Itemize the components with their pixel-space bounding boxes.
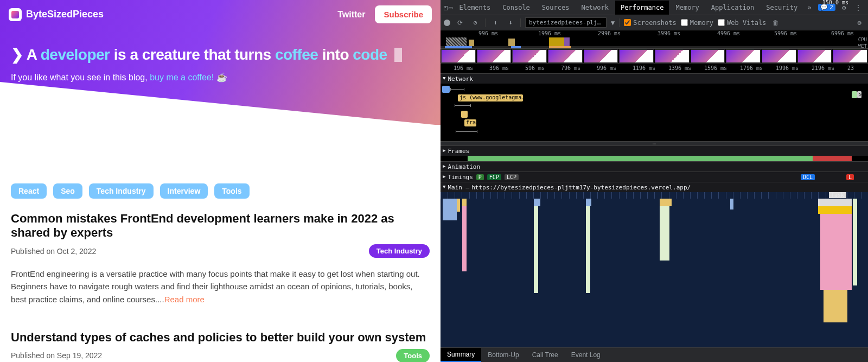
- subline: If you like what you see in this blog, b…: [11, 72, 430, 82]
- inspect-icon[interactable]: ◰: [444, 4, 448, 11]
- filmstrip[interactable]: [441, 49, 868, 64]
- network-track[interactable]: js (www.googletagma… fra… site.w: [441, 84, 868, 141]
- devtools-panel: ◰ ▭ Elements Console Sources Network Per…: [441, 0, 868, 362]
- post: Common mistakes FrontEnd development lea…: [11, 212, 430, 306]
- read-more-link[interactable]: Read more: [164, 295, 205, 304]
- brand-name: ByteSizedPieces: [26, 9, 104, 20]
- tab-memory[interactable]: Memory: [670, 1, 704, 15]
- tab-console[interactable]: Console: [497, 1, 535, 15]
- frame-duration-label: 150.0 ms: [821, 0, 850, 5]
- blog-page: ByteSizedPieces Twitter Subscribe ❯ A de…: [0, 0, 441, 362]
- devtools-tab-bar: ◰ ▭ Elements Console Sources Network Per…: [441, 0, 868, 15]
- reload-icon[interactable]: ⟳: [455, 19, 465, 27]
- tag-react[interactable]: React: [11, 183, 47, 199]
- screenshot-thumb[interactable]: [584, 49, 618, 63]
- network-header[interactable]: ▼Network: [441, 74, 868, 84]
- trash-icon[interactable]: 🗑: [770, 19, 781, 27]
- resize-grip[interactable]: ⋯: [441, 142, 868, 146]
- tab-performance[interactable]: Performance: [615, 1, 669, 15]
- clear-icon[interactable]: ⊘: [470, 19, 481, 27]
- tab-network[interactable]: Network: [576, 1, 614, 15]
- upload-icon[interactable]: ⬆: [490, 19, 501, 27]
- tab-security[interactable]: Security: [761, 1, 803, 15]
- tab-bottom-up[interactable]: Bottom-Up: [481, 348, 525, 361]
- timing-p[interactable]: P: [476, 174, 484, 180]
- memory-checkbox[interactable]: Memory: [681, 19, 713, 27]
- buy-coffee-link[interactable]: buy me a coffee!: [150, 73, 214, 82]
- main-section: ▼Main — https://bytesizedpieces-pljttm17…: [441, 182, 868, 348]
- tab-summary[interactable]: Summary: [441, 348, 481, 362]
- screenshot-thumb[interactable]: [512, 49, 547, 63]
- timing-l[interactable]: L: [846, 174, 854, 180]
- screenshot-thumb[interactable]: [762, 49, 796, 63]
- animation-section: ▶Animation: [441, 162, 868, 172]
- record-button[interactable]: [444, 20, 450, 26]
- screenshot-thumb[interactable]: [655, 49, 690, 63]
- post-title[interactable]: Common mistakes FrontEnd development lea…: [11, 212, 430, 240]
- screenshots-checkbox[interactable]: Screenshots: [624, 19, 676, 27]
- tag-list: React Seo Tech Industry Interview Tools: [11, 183, 430, 199]
- hero-section: ByteSizedPieces Twitter Subscribe ❯ A de…: [0, 0, 441, 125]
- network-request-site[interactable]: site.w: [857, 91, 861, 98]
- screenshot-thumb[interactable]: [548, 49, 583, 63]
- screenshot-thumb[interactable]: [619, 49, 654, 63]
- cursor-icon: [394, 48, 402, 62]
- screenshot-thumb[interactable]: [477, 49, 512, 63]
- more-tabs-icon[interactable]: »: [804, 4, 815, 11]
- network-request[interactable]: [442, 86, 450, 93]
- tag-tools[interactable]: Tools: [214, 183, 249, 199]
- network-request[interactable]: [461, 111, 468, 118]
- timing-dcl[interactable]: DCL: [801, 174, 815, 180]
- flame-chart[interactable]: Task Eva…ipt: [441, 192, 868, 347]
- brand[interactable]: ByteSizedPieces: [9, 8, 104, 21]
- animation-header[interactable]: ▶Animation: [441, 162, 868, 172]
- timing-lcp[interactable]: LCP: [505, 174, 519, 180]
- main-header[interactable]: ▼Main — https://bytesizedpieces-pljttm17…: [441, 182, 868, 192]
- network-request[interactable]: [852, 91, 857, 98]
- screenshot-thumb[interactable]: [726, 49, 761, 63]
- frames-section: ▶Frames 150.0 ms: [441, 146, 868, 162]
- timings-section: ▶Timings P FCP LCP DCL L: [441, 172, 868, 182]
- tab-call-tree[interactable]: Call Tree: [526, 348, 565, 361]
- network-request-fra[interactable]: fra…: [464, 119, 476, 126]
- tab-sources[interactable]: Sources: [537, 1, 575, 15]
- tab-application[interactable]: Application: [706, 1, 760, 15]
- post-date: Published on Oct 2, 2022: [11, 247, 96, 256]
- screenshot-thumb[interactable]: [691, 49, 725, 63]
- tab-event-log[interactable]: Event Log: [565, 348, 607, 361]
- frames-track[interactable]: [441, 156, 868, 161]
- content-area: React Seo Tech Industry Interview Tools …: [0, 125, 441, 362]
- tag-seo[interactable]: Seo: [53, 183, 82, 199]
- details-tab-bar: Summary Bottom-Up Call Tree Event Log: [441, 348, 868, 362]
- task-label[interactable]: Task: [829, 192, 846, 198]
- post: Understand types of caches and policies …: [11, 331, 430, 362]
- timing-fcp[interactable]: FCP: [487, 174, 501, 180]
- screenshot-thumb[interactable]: [833, 49, 867, 63]
- coffee-icon: ☕: [216, 73, 227, 82]
- tag-tech-industry[interactable]: Tech Industry: [89, 183, 154, 199]
- diagonal-divider: [0, 82, 441, 125]
- network-section: ▼Network js (www.googletagma… fra… site.…: [441, 74, 868, 142]
- subscribe-button[interactable]: Subscribe: [375, 5, 432, 23]
- recording-select[interactable]: bytesizedpieces-pljttm…: [525, 17, 607, 28]
- webvitals-checkbox[interactable]: Web Vitals: [718, 19, 766, 27]
- perf-toolbar: ⟳ ⊘ ⬆ ⬇ bytesizedpieces-pljttm… ▼ Screen…: [441, 15, 868, 30]
- screenshot-thumb[interactable]: [441, 49, 476, 63]
- post-badge[interactable]: Tools: [396, 349, 430, 362]
- time-ruler[interactable]: 196 ms 396 ms 596 ms 796 ms 996 ms 1196 …: [441, 64, 868, 74]
- frames-header[interactable]: ▶Frames 150.0 ms: [441, 146, 868, 156]
- download-icon[interactable]: ⬇: [505, 19, 516, 27]
- overview-timeline[interactable]: 996 ms 1996 ms 2996 ms 3996 ms 4996 ms 5…: [441, 30, 868, 49]
- timings-header[interactable]: ▶Timings P FCP LCP DCL L: [441, 172, 868, 182]
- device-toggle-icon[interactable]: ▭: [449, 4, 452, 11]
- twitter-link[interactable]: Twitter: [337, 10, 365, 20]
- tab-elements[interactable]: Elements: [454, 1, 496, 15]
- kebab-icon[interactable]: ⋮: [853, 4, 864, 11]
- post-badge[interactable]: Tech Industry: [369, 244, 430, 258]
- post-date: Published on Sep 19, 2022: [11, 351, 102, 360]
- post-title[interactable]: Understand types of caches and policies …: [11, 331, 430, 345]
- screenshot-thumb[interactable]: [797, 49, 832, 63]
- tag-interview[interactable]: Interview: [160, 183, 208, 199]
- perf-settings-icon[interactable]: ⚙: [854, 19, 865, 27]
- network-request-js[interactable]: js (www.googletagma…: [458, 94, 523, 101]
